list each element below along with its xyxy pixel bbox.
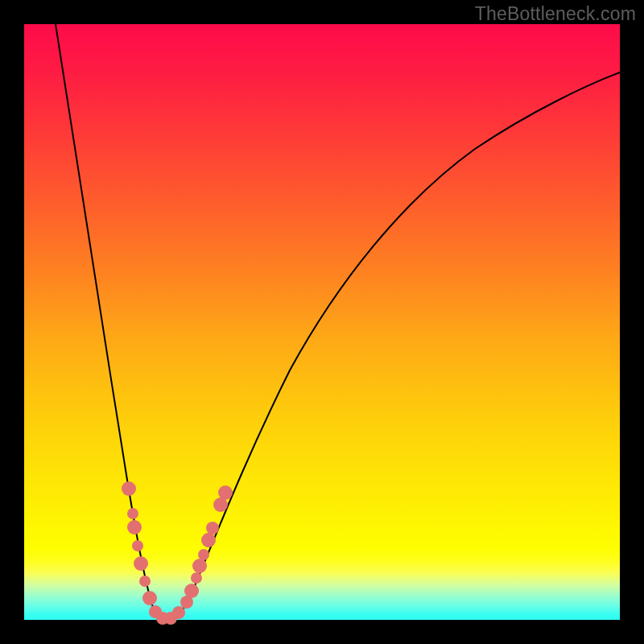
- data-dot: [206, 522, 219, 535]
- data-dot: [127, 520, 142, 535]
- data-dot: [134, 556, 148, 571]
- data-dot: [191, 572, 202, 584]
- data-dot: [127, 508, 138, 519]
- right-curve: [165, 72, 620, 620]
- data-dot: [122, 481, 136, 496]
- plot-gradient-area: [24, 24, 620, 620]
- data-dot: [201, 533, 216, 547]
- dots-group: [122, 481, 233, 625]
- left-curve: [56, 24, 165, 620]
- data-dot: [172, 606, 185, 619]
- data-dot: [192, 559, 207, 573]
- watermark-text: TheBottleneck.com: [475, 3, 636, 25]
- chart-frame: TheBottleneck.com: [0, 0, 644, 644]
- data-dot: [139, 576, 151, 587]
- data-dot: [184, 584, 199, 598]
- data-dot: [132, 540, 143, 551]
- data-dot: [218, 485, 233, 500]
- data-dot: [142, 591, 157, 605]
- curve-svg: [24, 24, 620, 620]
- data-dot: [198, 549, 209, 560]
